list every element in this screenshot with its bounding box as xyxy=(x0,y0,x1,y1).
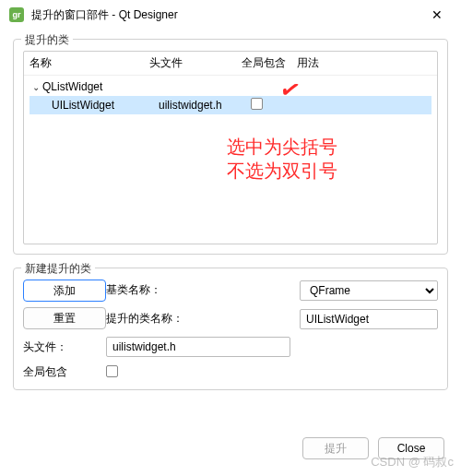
label-global-include: 全局包含 xyxy=(23,364,97,380)
new-promoted-class-group: 新建提升的类 基类名称： QFrame 添加 重置 提升的类名称： 头文件： 全… xyxy=(13,268,448,390)
reset-button[interactable]: 重置 xyxy=(23,307,106,329)
chevron-down-icon[interactable]: ⌄ xyxy=(30,82,42,92)
group-title-new: 新建提升的类 xyxy=(21,261,95,277)
label-header-file: 头文件： xyxy=(23,339,97,355)
window-title: 提升的窗口部件 - Qt Designer xyxy=(31,7,422,23)
close-icon[interactable]: ✕ xyxy=(422,0,452,30)
global-include-checkbox[interactable] xyxy=(106,365,118,377)
watermark: CSDN @ 码叔c xyxy=(371,454,454,470)
tree-child-header: uilistwidget.h xyxy=(159,99,251,112)
label-promoted-class: 提升的类名称： xyxy=(106,311,290,327)
col-name[interactable]: 名称 xyxy=(30,55,149,71)
col-header[interactable]: 头文件 xyxy=(149,55,242,71)
base-class-select[interactable]: QFrame xyxy=(300,280,438,301)
promoted-class-input[interactable] xyxy=(300,309,438,329)
app-icon xyxy=(9,7,24,22)
group-title: 提升的类 xyxy=(21,32,73,48)
promoted-classes-group: 提升的类 名称 头文件 全局包含 用法 ⌄ QListWidget UIList… xyxy=(13,39,448,255)
annotation-text: 选中为尖括号 不选为双引号 xyxy=(227,135,337,183)
tree-global-checkbox[interactable] xyxy=(251,98,263,110)
col-global[interactable]: 全局包含 xyxy=(242,55,297,71)
tree-row-child[interactable]: UIListWidget uilistwidget.h xyxy=(30,96,431,114)
col-usage[interactable]: 用法 xyxy=(297,55,431,71)
tree-parent-name: QListWidget xyxy=(42,80,149,93)
header-file-input[interactable] xyxy=(106,337,290,357)
label-base-class: 基类名称： xyxy=(106,282,290,298)
tree-child-name: UIListWidget xyxy=(52,99,159,112)
promoted-classes-tree[interactable]: 名称 头文件 全局包含 用法 ⌄ QListWidget UIListWidge… xyxy=(23,51,438,244)
promote-button: 提升 xyxy=(302,437,369,459)
tree-row-parent[interactable]: ⌄ QListWidget xyxy=(30,77,431,96)
add-button[interactable]: 添加 xyxy=(23,280,106,302)
